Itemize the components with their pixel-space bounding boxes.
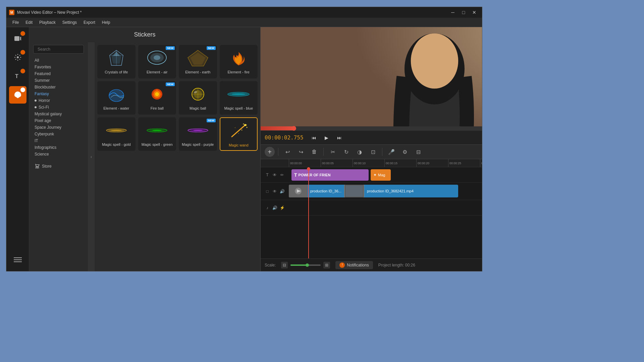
- category-it[interactable]: IT: [33, 137, 84, 144]
- sticker-thumb-magicball: [184, 84, 211, 104]
- add-track-button[interactable]: +: [265, 147, 275, 157]
- menu-export[interactable]: Export: [80, 19, 99, 26]
- sticker-magicspell-green[interactable]: Magic spell - green: [138, 117, 176, 151]
- category-scifi[interactable]: Sci-Fi: [33, 104, 84, 111]
- track-visibility-button[interactable]: 👁: [272, 172, 278, 178]
- sticker-crystals-of-life[interactable]: Crystals of life: [97, 45, 136, 78]
- svg-point-36: [152, 130, 162, 131]
- crop-button[interactable]: ⊡: [367, 146, 379, 158]
- category-horror[interactable]: Horror: [33, 97, 84, 104]
- scale-fill: [290, 264, 307, 266]
- skip-to-end-button[interactable]: ⏭: [334, 133, 344, 143]
- clip-video-label-1: production ID_36...: [308, 189, 344, 193]
- clip-video-label-2: production ID_3682421.mp4: [364, 189, 416, 193]
- bottom-bar: Scale: ⊟ ⊞ ! Notifications Project lengt…: [261, 258, 482, 271]
- menu-playback[interactable]: Playback: [36, 19, 59, 26]
- sticker-magicspell-blue[interactable]: Magic spell - blue: [220, 81, 258, 115]
- sticker-element-water[interactable]: Element - water: [97, 81, 136, 115]
- sticker-thumb-magicgreen: [144, 120, 170, 140]
- category-featured[interactable]: Featured: [33, 70, 84, 77]
- menu-edit[interactable]: Edit: [22, 19, 36, 26]
- scale-out-button[interactable]: ⊟: [281, 262, 288, 268]
- category-favorites[interactable]: Favorites: [33, 64, 84, 70]
- category-fantasy[interactable]: Fantasy: [33, 90, 84, 97]
- color-button[interactable]: ◑: [354, 146, 365, 158]
- undo-button[interactable]: ↩: [282, 146, 293, 158]
- clip-video-main[interactable]: production ID_36... production ID_368242…: [289, 185, 458, 197]
- menu-bar: File Edit Playback Settings Export Help: [6, 18, 482, 27]
- svg-point-49: [235, 127, 235, 128]
- close-button[interactable]: ✕: [469, 9, 479, 16]
- category-blockbuster[interactable]: Blockbuster: [33, 84, 84, 90]
- clip-text-power[interactable]: T POWER OF FRIEN: [291, 169, 369, 181]
- category-science[interactable]: Science: [33, 151, 84, 158]
- track-edit-button[interactable]: ✏: [279, 172, 285, 178]
- sticker-label-fireball: Fire ball: [151, 106, 164, 111]
- sticker-thumb-fire: [225, 48, 252, 68]
- search-input[interactable]: [38, 47, 88, 52]
- collapse-panel-button[interactable]: ‹: [88, 42, 95, 271]
- minimize-button[interactable]: ─: [448, 9, 458, 16]
- progress-handle[interactable]: [291, 126, 296, 131]
- menu-file[interactable]: File: [9, 19, 22, 26]
- progress-bar[interactable]: [261, 126, 482, 130]
- category-all[interactable]: All: [33, 57, 84, 64]
- adjust-button[interactable]: ⊟: [413, 146, 424, 158]
- scale-in-button[interactable]: ⊞: [323, 262, 330, 268]
- rotate-button[interactable]: ↻: [340, 146, 352, 158]
- search-box[interactable]: ✕: [33, 45, 84, 54]
- settings-button[interactable]: ⚙: [399, 146, 411, 158]
- category-space[interactable]: Space Journey: [33, 124, 84, 131]
- track-audio-detach-button[interactable]: ⚡: [279, 205, 285, 211]
- play-pause-button[interactable]: ▶: [322, 133, 332, 143]
- sidebar-icon-video[interactable]: [9, 30, 26, 47]
- sticker-element-fire[interactable]: Element - fire: [220, 45, 258, 78]
- timeline-tracks: T 👁 ✏ T POWER OF FRIEN ✦ Mag: [261, 167, 482, 258]
- track-row-audio: ♪ 🔊 ⚡: [261, 200, 482, 216]
- sidebar-icon-menu[interactable]: [9, 251, 26, 268]
- track-video-visibility-button[interactable]: 👁: [272, 188, 278, 194]
- sticker-element-air[interactable]: NEW Element - air: [138, 45, 176, 78]
- menu-settings[interactable]: Settings: [59, 19, 80, 26]
- category-mystical[interactable]: Mystical galaxy: [33, 111, 84, 117]
- sticker-magicspell-purple[interactable]: NEW Magic spell - purple: [179, 117, 217, 151]
- clip-sticker-label: Mag: [378, 173, 385, 177]
- category-cyberpunk[interactable]: Cyberpunk: [33, 131, 84, 137]
- time-accent: 2.755: [287, 134, 303, 141]
- category-summer[interactable]: Summer: [33, 77, 84, 84]
- track-audio-button[interactable]: 🔊: [279, 188, 285, 194]
- ruler-mark-20: 00:00:20: [416, 159, 448, 167]
- main-area: T Stickers ✕: [6, 27, 482, 271]
- redo-button[interactable]: ↪: [295, 146, 307, 158]
- scale-label: Scale:: [265, 263, 276, 267]
- mic-button[interactable]: 🎤: [386, 146, 397, 158]
- sidebar-icon-effects[interactable]: [9, 49, 26, 66]
- sticker-magicspell-gold[interactable]: Magic spell - gold: [97, 117, 136, 151]
- menu-help[interactable]: Help: [99, 19, 114, 26]
- right-panel: ? 00:00:02.755 ⏮ ▶ ⏭ 16:9 ⤢ ⛶ 🔊: [261, 27, 482, 271]
- sticker-fireball[interactable]: NEW Fire ball: [138, 81, 176, 115]
- title-bar: M Movavi Video Editor – New Project * ─ …: [6, 7, 482, 18]
- notifications-button[interactable]: ! Notifications: [335, 261, 373, 269]
- track-text-icon: T: [264, 172, 270, 178]
- sticker-thumb-crystal: [103, 48, 130, 68]
- category-pixel[interactable]: Pixel age: [33, 117, 84, 124]
- sticker-thumb-magicblue: [225, 84, 252, 104]
- sidebar-icon-stickers[interactable]: [9, 86, 26, 104]
- sidebar-icon-titles[interactable]: T: [9, 67, 26, 85]
- store-button[interactable]: Store: [33, 162, 84, 171]
- sticker-magicwand[interactable]: Magic wand: [220, 117, 258, 151]
- maximize-button[interactable]: □: [459, 9, 469, 16]
- sticker-element-earth[interactable]: NEW Element - earth: [179, 45, 217, 78]
- scale-slider[interactable]: [290, 264, 321, 266]
- skip-to-start-button[interactable]: ⏮: [309, 133, 319, 143]
- clip-sticker-mag[interactable]: ✦ Mag: [371, 169, 391, 181]
- transport-bar: 00:00:02.755 ⏮ ▶ ⏭ 16:9 ⤢ ⛶ 🔊: [261, 130, 482, 144]
- ruler-mark-0: 00:00:00: [289, 159, 321, 167]
- sticker-magicball[interactable]: Magic ball: [179, 81, 217, 115]
- cut-button[interactable]: ✂: [327, 146, 338, 158]
- delete-button[interactable]: 🗑: [309, 146, 320, 158]
- svg-point-2: [17, 56, 19, 58]
- category-infographics[interactable]: Infographics: [33, 144, 84, 151]
- track-audio-visibility-button[interactable]: 🔊: [272, 205, 278, 211]
